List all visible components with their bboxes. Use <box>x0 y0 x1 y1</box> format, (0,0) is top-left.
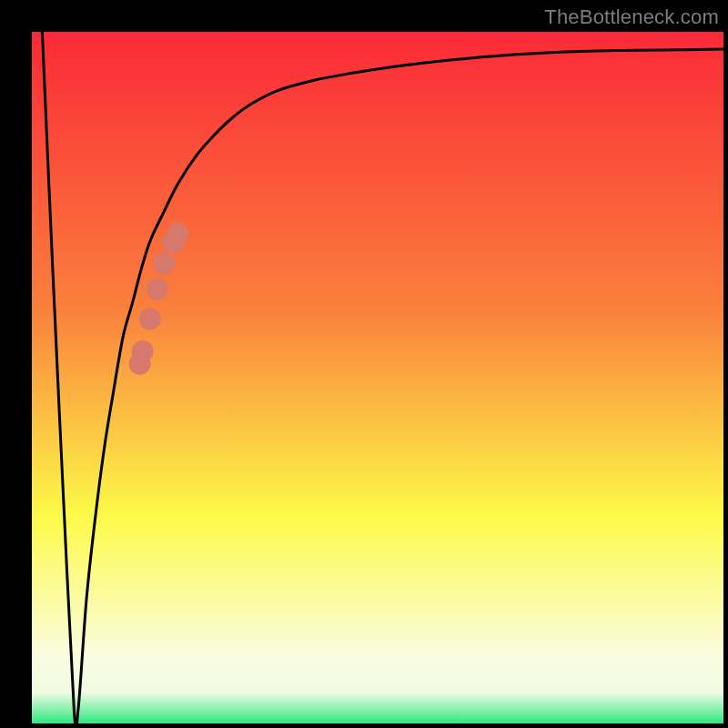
curve-marker <box>139 308 161 329</box>
curve-marker <box>147 278 168 300</box>
chart-frame: TheBottleneck.com <box>0 0 728 728</box>
chart-svg <box>32 32 723 723</box>
curve-marker <box>153 253 175 275</box>
curve-marker <box>132 340 154 362</box>
gradient-background <box>32 32 723 723</box>
curve-marker <box>167 223 188 245</box>
plot-area <box>32 32 723 723</box>
attribution-text: TheBottleneck.com <box>544 5 719 29</box>
